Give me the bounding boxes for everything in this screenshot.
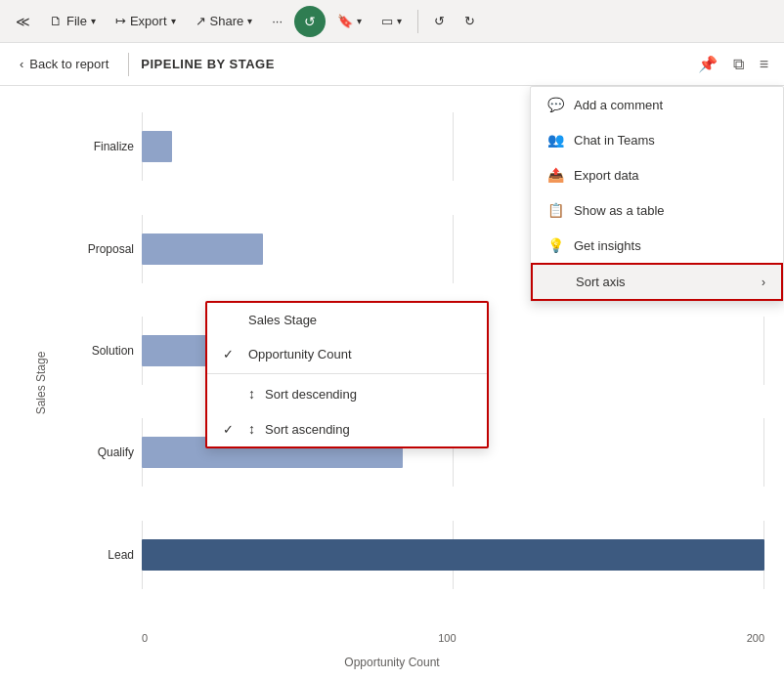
view-icon: ▭ <box>381 14 393 28</box>
sort-submenu-item-opportunity-count[interactable]: ✓ Opportunity Count <box>207 337 487 371</box>
toolbar-divider <box>417 10 418 33</box>
x-axis-label: Opportunity Count <box>0 656 784 669</box>
sub-header-divider <box>128 53 129 76</box>
sort-submenu-item-ascending[interactable]: ✓ ↕ Sort ascending <box>207 411 487 446</box>
sort-descending-label: Sort descending <box>265 387 357 402</box>
refresh-icon: ↺ <box>304 14 316 29</box>
share-button[interactable]: ↗ Share ▾ <box>188 10 261 32</box>
sort-submenu-item-descending[interactable]: ↕ Sort descending <box>207 376 487 411</box>
sort-ascending-label: Sort ascending <box>265 422 350 437</box>
bookmark-button[interactable]: 🔖 ▾ <box>329 10 370 32</box>
share-icon: ↗ <box>196 14 206 28</box>
top-right-icons: 📌 ⧉ ≡ <box>694 51 772 77</box>
more-icon: ··· <box>272 14 283 28</box>
sort-icon-desc: ↕ <box>248 386 255 402</box>
bar-row: Lead <box>78 521 764 589</box>
forward-icon: ↻ <box>464 14 475 28</box>
y-axis-label: Sales Stage <box>34 351 48 414</box>
more-button[interactable]: ··· <box>264 10 290 32</box>
file-icon: 🗋 <box>50 14 63 28</box>
refresh-button[interactable]: ↺ <box>294 6 326 37</box>
bar-lead <box>142 539 764 571</box>
menu-item-chat-teams[interactable]: 👥 Chat in Teams <box>531 122 783 157</box>
menu-item-get-insights[interactable]: 💡 Get insights <box>531 228 783 263</box>
export-chevron-icon: ▾ <box>171 16 176 26</box>
copy-button[interactable]: ⧉ <box>729 52 748 77</box>
view-button[interactable]: ▭ ▾ <box>373 10 410 32</box>
export-button[interactable]: ↦ Export ▾ <box>108 10 184 32</box>
check-filled-asc: ✓ <box>223 422 239 437</box>
chat-teams-icon: 👥 <box>546 132 564 148</box>
show-table-icon: 📋 <box>546 202 564 218</box>
sort-submenu-separator <box>207 373 487 374</box>
back-icon: ‹ <box>20 57 23 71</box>
back-to-report-button[interactable]: ‹ Back to report <box>12 53 116 75</box>
share-label: Share <box>210 14 244 28</box>
back-label: Back to report <box>29 57 109 71</box>
back-forward-icon: ↺ <box>434 14 445 28</box>
export-label: Export <box>130 14 167 28</box>
get-insights-label: Get insights <box>574 238 641 253</box>
menu-item-show-table[interactable]: 📋 Show as a table <box>531 192 783 228</box>
file-chevron-icon: ▾ <box>91 16 96 26</box>
file-label: File <box>66 14 87 28</box>
bar-label-proposal: Proposal <box>78 242 142 256</box>
add-comment-label: Add a comment <box>574 98 663 112</box>
share-chevron-icon: ▾ <box>247 16 252 26</box>
export-data-label: Export data <box>574 168 639 183</box>
bar-label-lead: Lead <box>78 548 142 562</box>
bar-proposal <box>142 233 263 265</box>
chart-area: Sales Stage Finalize Proposal <box>0 86 784 679</box>
copy-icon: ⧉ <box>733 56 744 72</box>
pin-button[interactable]: 📌 <box>694 51 721 77</box>
menu-item-add-comment[interactable]: 💬 Add a comment <box>531 87 783 122</box>
sort-submenu-item-sales-stage[interactable]: Sales Stage <box>207 303 487 337</box>
x-tick-0: 0 <box>142 632 148 644</box>
sort-axis-label: Sort axis <box>576 275 626 289</box>
page-title: PIPELINE BY STAGE <box>141 57 275 71</box>
sort-sales-stage-label: Sales Stage <box>248 313 317 327</box>
back-forward-button[interactable]: ↺ <box>426 10 453 32</box>
x-tick-200: 200 <box>747 632 764 644</box>
menu-item-export-data[interactable]: 📤 Export data <box>531 157 783 192</box>
check-filled: ✓ <box>223 347 239 361</box>
bar-label-finalize: Finalize <box>78 140 142 153</box>
bookmark-icon: 🔖 <box>337 14 353 28</box>
x-axis-ticks: 0 100 200 <box>142 632 764 644</box>
sort-submenu: Sales Stage ✓ Opportunity Count ↕ Sort d… <box>205 301 489 448</box>
menu-item-sort-axis[interactable]: Sort axis › <box>531 263 783 301</box>
add-comment-icon: 💬 <box>546 97 564 112</box>
sort-icon-asc: ↕ <box>248 421 255 437</box>
sort-opportunity-count-label: Opportunity Count <box>248 347 352 361</box>
bar-label-qualify: Qualify <box>78 446 142 459</box>
chat-teams-label: Chat in Teams <box>574 133 655 148</box>
bar-finalize <box>142 131 172 162</box>
bar-container-lead <box>142 539 764 571</box>
sub-header: ‹ Back to report PIPELINE BY STAGE 📌 ⧉ ≡ <box>0 43 784 86</box>
x-tick-100: 100 <box>438 632 456 644</box>
more-options-button[interactable]: ≡ <box>756 52 772 77</box>
view-chevron-icon: ▾ <box>397 16 402 26</box>
get-insights-icon: 💡 <box>546 237 564 253</box>
more-options-icon: ≡ <box>760 56 768 72</box>
toolbar: ≪ 🗋 File ▾ ↦ Export ▾ ↗ Share ▾ ··· ↺ 🔖 … <box>0 0 784 43</box>
collapse-icon: ≪ <box>16 14 30 29</box>
show-table-label: Show as a table <box>574 203 665 218</box>
sort-axis-chevron-icon: › <box>762 276 765 289</box>
bar-label-solution: Solution <box>78 344 142 358</box>
forward-button[interactable]: ↻ <box>457 10 483 32</box>
bookmark-chevron-icon: ▾ <box>357 16 362 26</box>
export-icon: ↦ <box>115 14 126 28</box>
file-button[interactable]: 🗋 File ▾ <box>42 10 104 32</box>
context-menu: 💬 Add a comment 👥 Chat in Teams 📤 Export… <box>530 86 784 302</box>
pin-icon: 📌 <box>698 56 718 72</box>
collapse-button[interactable]: ≪ <box>8 10 38 33</box>
export-data-icon: 📤 <box>546 167 564 183</box>
